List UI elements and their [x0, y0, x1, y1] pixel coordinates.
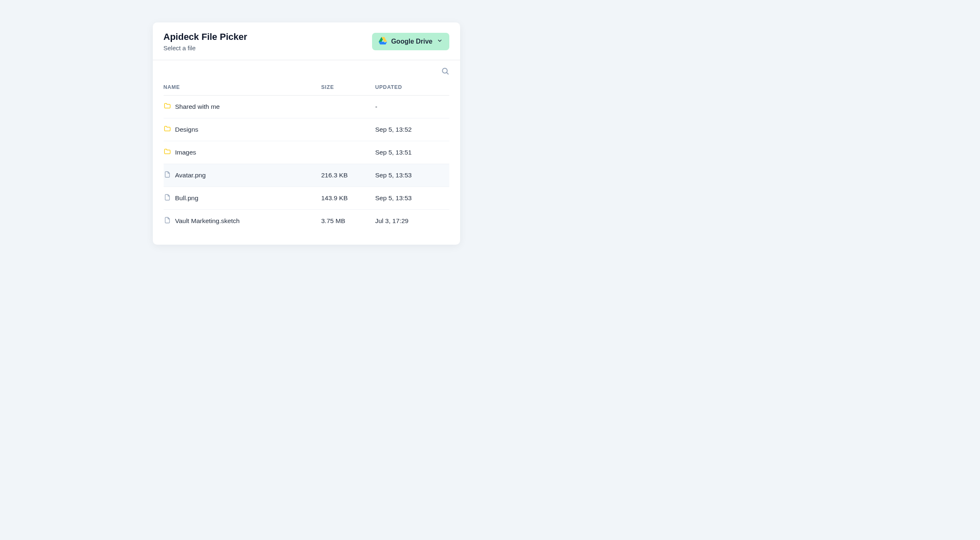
- col-name: NAME: [164, 84, 321, 90]
- file-icon: [164, 194, 171, 203]
- name-cell: Shared with me: [164, 102, 321, 111]
- file-name: Vault Marketing.sketch: [175, 217, 240, 225]
- name-cell: Designs: [164, 125, 321, 134]
- table-row[interactable]: Bull.png143.9 KBSep 5, 13:53: [164, 187, 449, 210]
- file-updated: Sep 5, 13:51: [375, 149, 449, 156]
- table-row[interactable]: Avatar.png216.3 KBSep 5, 13:53: [164, 164, 449, 187]
- provider-select-button[interactable]: Google Drive: [372, 33, 449, 50]
- google-drive-icon: [379, 37, 387, 46]
- modal-header: Apideck File Picker Select a file Google…: [153, 22, 460, 60]
- modal-title: Apideck File Picker: [164, 32, 247, 42]
- file-icon: [164, 171, 171, 180]
- table-row[interactable]: Vault Marketing.sketch3.75 MBJul 3, 17:2…: [164, 210, 449, 232]
- file-picker-modal: Apideck File Picker Select a file Google…: [153, 22, 460, 245]
- name-cell: Avatar.png: [164, 171, 321, 180]
- search-icon[interactable]: [441, 67, 449, 77]
- col-size: SIZE: [321, 84, 375, 90]
- file-updated: Sep 5, 13:53: [375, 172, 449, 179]
- folder-icon: [164, 148, 171, 157]
- name-cell: Bull.png: [164, 194, 321, 203]
- folder-icon: [164, 125, 171, 134]
- table-row[interactable]: DesignsSep 5, 13:52: [164, 118, 449, 141]
- table-header: NAME SIZE UPDATED: [164, 79, 449, 96]
- file-size: 216.3 KB: [321, 172, 375, 179]
- file-name: Bull.png: [175, 194, 198, 202]
- file-name: Avatar.png: [175, 172, 206, 179]
- modal-subtitle: Select a file: [164, 44, 247, 52]
- file-name: Images: [175, 149, 196, 156]
- file-name: Designs: [175, 126, 198, 133]
- table-row[interactable]: ImagesSep 5, 13:51: [164, 141, 449, 164]
- file-updated: Sep 5, 13:53: [375, 194, 449, 202]
- folder-icon: [164, 102, 171, 111]
- table-body: Shared with me-DesignsSep 5, 13:52Images…: [164, 96, 449, 232]
- file-updated: -: [375, 103, 449, 110]
- title-block: Apideck File Picker Select a file: [164, 32, 247, 52]
- name-cell: Images: [164, 148, 321, 157]
- file-updated: Jul 3, 17:29: [375, 217, 449, 225]
- svg-line-1: [446, 73, 448, 74]
- file-icon: [164, 216, 171, 226]
- table-row[interactable]: Shared with me-: [164, 96, 449, 118]
- chevron-down-icon: [437, 38, 443, 45]
- col-updated: UPDATED: [375, 84, 449, 90]
- provider-label: Google Drive: [391, 38, 433, 45]
- file-size: 3.75 MB: [321, 217, 375, 225]
- file-table: NAME SIZE UPDATED Shared with me-Designs…: [153, 79, 460, 245]
- file-updated: Sep 5, 13:52: [375, 126, 449, 133]
- file-name: Shared with me: [175, 103, 220, 110]
- toolbar: [153, 60, 460, 79]
- file-size: 143.9 KB: [321, 194, 375, 202]
- name-cell: Vault Marketing.sketch: [164, 216, 321, 226]
